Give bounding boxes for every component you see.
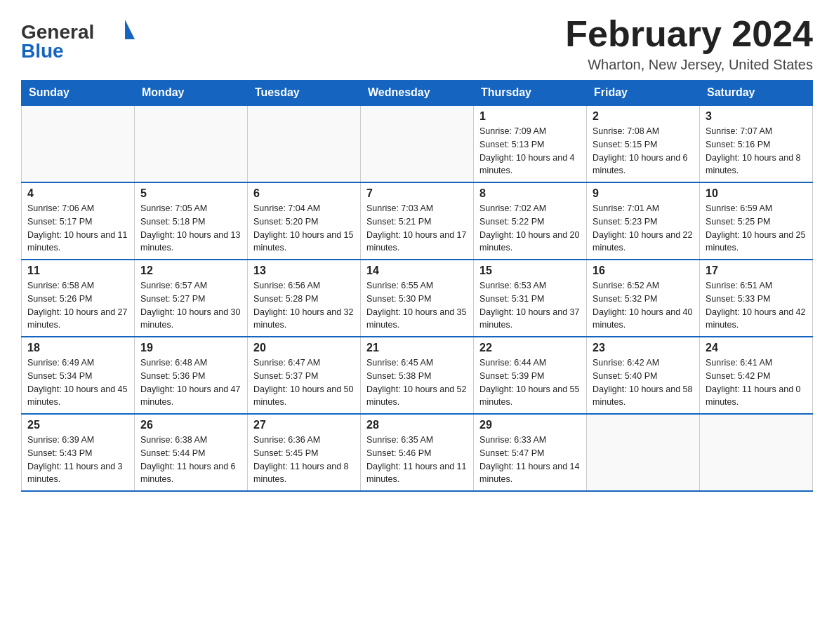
day-number: 17 — [706, 264, 807, 277]
day-info: Sunrise: 7:05 AMSunset: 5:18 PMDaylight:… — [140, 202, 241, 255]
day-number: 29 — [479, 419, 581, 431]
calendar-cell: 3Sunrise: 7:07 AMSunset: 5:16 PMDaylight… — [700, 105, 813, 182]
day-info: Sunrise: 6:35 AMSunset: 5:46 PMDaylight:… — [366, 434, 468, 486]
day-number: 24 — [706, 342, 807, 354]
day-number: 9 — [593, 187, 694, 200]
day-number: 14 — [366, 264, 468, 277]
calendar-header-monday: Monday — [135, 81, 248, 106]
day-number: 4 — [27, 187, 128, 200]
day-number: 28 — [366, 419, 468, 431]
calendar-cell: 20Sunrise: 6:47 AMSunset: 5:37 PMDayligh… — [248, 337, 361, 414]
day-info: Sunrise: 7:09 AMSunset: 5:13 PMDaylight:… — [479, 125, 581, 177]
calendar-cell: 2Sunrise: 7:08 AMSunset: 5:15 PMDaylight… — [587, 105, 700, 182]
day-number: 25 — [27, 419, 128, 431]
calendar-cell: 12Sunrise: 6:57 AMSunset: 5:27 PMDayligh… — [135, 260, 248, 337]
day-info: Sunrise: 6:53 AMSunset: 5:31 PMDaylight:… — [479, 279, 581, 332]
calendar-cell: 25Sunrise: 6:39 AMSunset: 5:43 PMDayligh… — [22, 414, 135, 491]
calendar-week-row: 4Sunrise: 7:06 AMSunset: 5:17 PMDaylight… — [22, 182, 813, 260]
day-number: 16 — [593, 264, 694, 277]
svg-text:Blue: Blue — [21, 40, 64, 62]
svg-marker-1 — [125, 20, 135, 39]
day-info: Sunrise: 7:06 AMSunset: 5:17 PMDaylight:… — [27, 202, 128, 255]
day-info: Sunrise: 6:56 AMSunset: 5:28 PMDaylight:… — [253, 279, 355, 332]
calendar-cell: 16Sunrise: 6:52 AMSunset: 5:32 PMDayligh… — [587, 260, 700, 337]
day-info: Sunrise: 7:04 AMSunset: 5:20 PMDaylight:… — [253, 202, 355, 255]
day-number: 2 — [593, 110, 694, 123]
calendar-cell: 13Sunrise: 6:56 AMSunset: 5:28 PMDayligh… — [248, 260, 361, 337]
calendar-cell — [361, 105, 474, 182]
calendar-header-tuesday: Tuesday — [248, 81, 361, 106]
day-number: 21 — [366, 342, 468, 354]
calendar-header-row: SundayMondayTuesdayWednesdayThursdayFrid… — [22, 81, 813, 106]
day-number: 3 — [706, 110, 807, 123]
calendar-cell: 15Sunrise: 6:53 AMSunset: 5:31 PMDayligh… — [474, 260, 587, 337]
day-info: Sunrise: 6:38 AMSunset: 5:44 PMDaylight:… — [140, 434, 241, 486]
day-number: 23 — [593, 342, 694, 354]
calendar-cell: 17Sunrise: 6:51 AMSunset: 5:33 PMDayligh… — [700, 260, 813, 337]
calendar-cell — [22, 105, 135, 182]
day-number: 6 — [253, 187, 355, 200]
calendar-cell: 26Sunrise: 6:38 AMSunset: 5:44 PMDayligh… — [135, 414, 248, 491]
calendar-cell: 6Sunrise: 7:04 AMSunset: 5:20 PMDaylight… — [248, 182, 361, 260]
calendar-cell: 7Sunrise: 7:03 AMSunset: 5:21 PMDaylight… — [361, 182, 474, 260]
page-header: General Blue February 2024 Wharton, New … — [21, 14, 813, 73]
day-info: Sunrise: 6:44 AMSunset: 5:39 PMDaylight:… — [479, 356, 581, 409]
day-info: Sunrise: 7:08 AMSunset: 5:15 PMDaylight:… — [593, 125, 694, 177]
calendar-cell — [587, 414, 700, 491]
day-number: 18 — [27, 342, 128, 354]
calendar-cell: 11Sunrise: 6:58 AMSunset: 5:26 PMDayligh… — [22, 260, 135, 337]
calendar-cell: 10Sunrise: 6:59 AMSunset: 5:25 PMDayligh… — [700, 182, 813, 260]
month-title: February 2024 — [565, 14, 813, 54]
calendar-header-wednesday: Wednesday — [361, 81, 474, 106]
day-info: Sunrise: 6:41 AMSunset: 5:42 PMDaylight:… — [706, 356, 807, 409]
calendar-header-thursday: Thursday — [474, 81, 587, 106]
day-info: Sunrise: 6:55 AMSunset: 5:30 PMDaylight:… — [366, 279, 468, 332]
calendar-cell: 22Sunrise: 6:44 AMSunset: 5:39 PMDayligh… — [474, 337, 587, 414]
day-number: 19 — [140, 342, 241, 354]
calendar-table: SundayMondayTuesdayWednesdayThursdayFrid… — [21, 80, 813, 492]
day-number: 13 — [253, 264, 355, 277]
day-info: Sunrise: 6:51 AMSunset: 5:33 PMDaylight:… — [706, 279, 807, 332]
logo: General Blue — [21, 14, 151, 66]
day-info: Sunrise: 7:03 AMSunset: 5:21 PMDaylight:… — [366, 202, 468, 255]
day-number: 27 — [253, 419, 355, 431]
day-info: Sunrise: 6:39 AMSunset: 5:43 PMDaylight:… — [27, 434, 128, 486]
day-number: 22 — [479, 342, 581, 354]
calendar-week-row: 25Sunrise: 6:39 AMSunset: 5:43 PMDayligh… — [22, 414, 813, 491]
day-info: Sunrise: 6:57 AMSunset: 5:27 PMDaylight:… — [140, 279, 241, 332]
calendar-cell: 24Sunrise: 6:41 AMSunset: 5:42 PMDayligh… — [700, 337, 813, 414]
day-info: Sunrise: 6:33 AMSunset: 5:47 PMDaylight:… — [479, 434, 581, 486]
calendar-week-row: 18Sunrise: 6:49 AMSunset: 5:34 PMDayligh… — [22, 337, 813, 414]
calendar-cell: 18Sunrise: 6:49 AMSunset: 5:34 PMDayligh… — [22, 337, 135, 414]
day-info: Sunrise: 6:47 AMSunset: 5:37 PMDaylight:… — [253, 356, 355, 409]
calendar-cell: 19Sunrise: 6:48 AMSunset: 5:36 PMDayligh… — [135, 337, 248, 414]
calendar-header-saturday: Saturday — [700, 81, 813, 106]
calendar-cell: 21Sunrise: 6:45 AMSunset: 5:38 PMDayligh… — [361, 337, 474, 414]
day-info: Sunrise: 6:36 AMSunset: 5:45 PMDaylight:… — [253, 434, 355, 486]
day-number: 1 — [479, 110, 581, 123]
calendar-header-friday: Friday — [587, 81, 700, 106]
day-number: 12 — [140, 264, 241, 277]
day-number: 8 — [479, 187, 581, 200]
calendar-cell: 1Sunrise: 7:09 AMSunset: 5:13 PMDaylight… — [474, 105, 587, 182]
calendar-cell — [135, 105, 248, 182]
day-number: 10 — [706, 187, 807, 200]
day-info: Sunrise: 6:42 AMSunset: 5:40 PMDaylight:… — [593, 356, 694, 409]
title-area: February 2024 Wharton, New Jersey, Unite… — [565, 14, 813, 73]
day-info: Sunrise: 6:45 AMSunset: 5:38 PMDaylight:… — [366, 356, 468, 409]
day-info: Sunrise: 7:01 AMSunset: 5:23 PMDaylight:… — [593, 202, 694, 255]
calendar-week-row: 1Sunrise: 7:09 AMSunset: 5:13 PMDaylight… — [22, 105, 813, 182]
day-number: 7 — [366, 187, 468, 200]
calendar-cell — [700, 414, 813, 491]
calendar-cell: 28Sunrise: 6:35 AMSunset: 5:46 PMDayligh… — [361, 414, 474, 491]
day-number: 26 — [140, 419, 241, 431]
day-info: Sunrise: 6:48 AMSunset: 5:36 PMDaylight:… — [140, 356, 241, 409]
calendar-cell: 8Sunrise: 7:02 AMSunset: 5:22 PMDaylight… — [474, 182, 587, 260]
day-info: Sunrise: 7:02 AMSunset: 5:22 PMDaylight:… — [479, 202, 581, 255]
location: Wharton, New Jersey, United States — [565, 57, 813, 73]
calendar-cell — [248, 105, 361, 182]
calendar-cell: 9Sunrise: 7:01 AMSunset: 5:23 PMDaylight… — [587, 182, 700, 260]
day-number: 5 — [140, 187, 241, 200]
day-number: 20 — [253, 342, 355, 354]
calendar-header-sunday: Sunday — [22, 81, 135, 106]
